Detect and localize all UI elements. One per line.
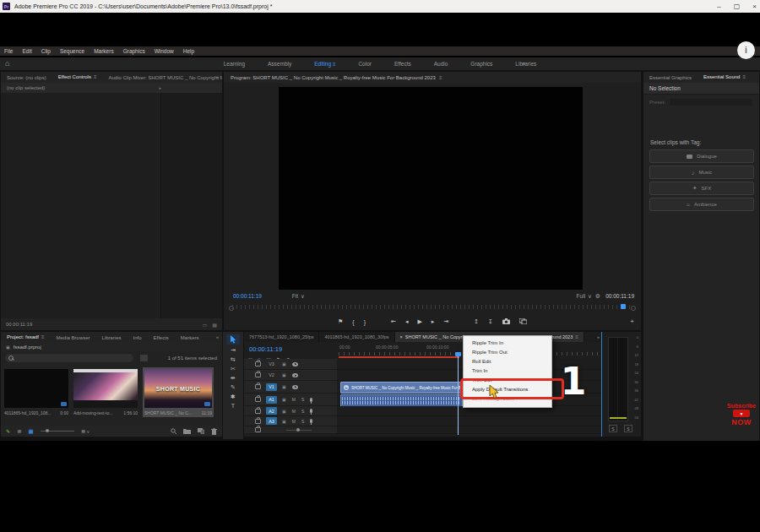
toggle-track-output-eye-icon[interactable] xyxy=(292,385,298,389)
zoom-level-dropdown[interactable]: Fit∨ xyxy=(292,293,305,300)
project-item-2-thumbnail[interactable] xyxy=(73,369,138,408)
sync-lock-icon[interactable]: ▣ xyxy=(282,361,286,366)
sync-lock-icon[interactable]: ▣ xyxy=(282,372,286,377)
slip-tool[interactable]: ⇹ xyxy=(231,375,236,382)
workspace-tab-assembly[interactable]: Assembly xyxy=(268,61,291,67)
preset-dropdown[interactable] xyxy=(670,99,752,106)
selection-tool[interactable] xyxy=(226,334,240,345)
track-target-v2[interactable]: V2 xyxy=(266,372,277,379)
add-marker-button[interactable]: ⚑ xyxy=(338,318,343,325)
tag-button-ambience[interactable]: ≈ Ambience xyxy=(649,198,754,211)
menu-item-roll-edit[interactable]: Roll Edit xyxy=(464,356,551,366)
razor-tool[interactable]: ✂ xyxy=(231,366,236,372)
project-item-2[interactable]: Add-moving-text-to...1:56:10 xyxy=(73,369,138,415)
lock-icon[interactable] xyxy=(255,384,261,389)
workspace-tab-graphics[interactable]: Graphics xyxy=(470,61,492,67)
sequence-tab-2[interactable]: 4011865-hd_1920_1080_30fps xyxy=(319,332,394,342)
pen-tool[interactable]: ✎ xyxy=(231,384,236,391)
timeline-playhead-head[interactable] xyxy=(455,352,461,356)
go-to-in-button[interactable]: ⇤ xyxy=(391,318,396,325)
project-item-3-selected[interactable]: SHORT MUSIC SHORT MUSIC _ No C...11:19 xyxy=(143,367,214,417)
sync-lock-icon[interactable]: ▣ xyxy=(282,384,286,389)
list-view-button[interactable]: ≣ xyxy=(17,428,21,435)
menu-item-ripple-trim-out[interactable]: Ripple Trim Out xyxy=(464,347,551,356)
thumbnail-zoom-slider[interactable] xyxy=(41,431,74,432)
ripple-edit-tool[interactable]: ⇆ xyxy=(231,356,236,363)
tab-source-monitor[interactable]: Source: (no clips) xyxy=(1,72,52,83)
button-editor-plus[interactable]: + xyxy=(630,318,634,325)
workspace-tab-learning[interactable]: Learning xyxy=(224,61,245,67)
solo-button[interactable]: S xyxy=(301,419,304,424)
project-item-3-thumbnail[interactable]: SHORT MUSIC xyxy=(144,369,212,408)
voiceover-mic-icon[interactable] xyxy=(310,419,312,423)
menu-help[interactable]: Help xyxy=(183,48,194,54)
type-tool[interactable]: T xyxy=(231,403,235,409)
workspace-tab-audio[interactable]: Audio xyxy=(434,61,448,67)
master-gain-slider[interactable] xyxy=(286,430,312,431)
sequence-tab-1[interactable]: 7677513-hd_1920_1080_25fps xyxy=(244,332,319,342)
tab-essential-sound[interactable]: Essential Sound≡ xyxy=(698,72,752,83)
program-scrubber[interactable] xyxy=(229,304,636,312)
timeline-overflow-icon[interactable]: » xyxy=(597,334,600,339)
solo-button[interactable]: S xyxy=(301,397,304,402)
toggle-track-output-eye-icon[interactable] xyxy=(292,362,298,366)
tag-button-dialogue[interactable]: Dialogue xyxy=(649,149,754,163)
project-breadcrumb[interactable]: ▣ fssadf.prproj xyxy=(1,342,222,351)
voiceover-mic-icon[interactable] xyxy=(310,409,312,413)
lock-icon[interactable] xyxy=(255,427,261,432)
workspace-tab-effects[interactable]: Effects xyxy=(394,61,411,67)
track-v3-header[interactable]: V3 ▣ xyxy=(244,359,337,370)
menu-window[interactable]: Window xyxy=(155,48,174,54)
export-frame-icon[interactable] xyxy=(502,318,510,325)
sync-lock-icon[interactable]: ▣ xyxy=(282,409,286,414)
solo-button[interactable]: S xyxy=(301,409,304,414)
new-item-icon[interactable] xyxy=(198,428,204,434)
workspace-tab-editing[interactable]: Editing ≡ xyxy=(314,61,335,67)
sync-lock-icon[interactable]: ▣ xyxy=(282,419,286,424)
track-a2-header[interactable]: A2 ▣ M S xyxy=(244,406,337,416)
lock-icon[interactable] xyxy=(255,397,261,402)
program-panel-menu-icon[interactable]: ≡ xyxy=(439,75,442,80)
project-item-1[interactable]: 4011865-hd_1920_108...0:00 xyxy=(4,369,68,415)
track-select-forward-tool[interactable]: ⇥ xyxy=(231,347,236,354)
find-icon[interactable] xyxy=(171,428,176,434)
lock-icon[interactable] xyxy=(255,419,261,424)
timeline-panel-menu-icon[interactable]: ≡ xyxy=(575,334,578,339)
timeline-timecode[interactable]: 00:00:11:19 xyxy=(249,345,282,353)
menu-sequence[interactable]: Sequence xyxy=(60,48,84,54)
go-to-out-button[interactable]: ⇥ xyxy=(443,318,448,325)
settings-wrench-icon[interactable]: ⚙ xyxy=(595,293,600,300)
timeline-playhead[interactable] xyxy=(458,352,459,435)
lock-icon[interactable] xyxy=(255,361,261,366)
play-button[interactable]: ▶ xyxy=(417,318,421,325)
solo-right-button[interactable]: S xyxy=(624,425,632,432)
project-item-1-thumbnail[interactable] xyxy=(4,369,68,408)
new-bin-icon[interactable] xyxy=(183,428,191,434)
workspace-menu-icon[interactable]: ≡ xyxy=(333,62,336,67)
lift-button[interactable]: ↥ xyxy=(474,318,479,325)
program-video-display[interactable] xyxy=(279,87,583,290)
track-target-a1[interactable]: A1 xyxy=(266,396,277,404)
search-input[interactable] xyxy=(5,354,133,362)
delete-trash-icon[interactable] xyxy=(211,428,217,435)
keyframe-nav-icon[interactable]: ▦ xyxy=(212,322,217,328)
track-target-v3[interactable]: V3 xyxy=(266,361,277,368)
track-v2-header[interactable]: V2 ▣ xyxy=(244,370,337,381)
mini-play-icon[interactable]: ▸ xyxy=(159,85,161,90)
tab-audio-clip-mixer[interactable]: Audio Clip Mixer: SHORT MUSIC _ No Copyr… xyxy=(102,72,222,83)
playback-resolution-dropdown[interactable]: Full∨ xyxy=(577,293,592,300)
tab-effect-controls[interactable]: Effect Controls»≡ xyxy=(52,72,103,83)
menu-item-trim-in[interactable]: Trim In xyxy=(464,366,551,375)
audio-clip[interactable] xyxy=(340,394,463,407)
restore-button[interactable]: ▢ xyxy=(734,3,741,10)
comparison-view-icon[interactable] xyxy=(519,318,527,325)
mute-button[interactable]: M xyxy=(292,409,296,414)
icon-view-button[interactable]: ▦ xyxy=(28,428,33,435)
mute-button[interactable]: M xyxy=(292,419,296,424)
workspace-overflow-icon[interactable]: » xyxy=(522,61,525,67)
menu-clip[interactable]: Clip xyxy=(41,48,51,54)
video-info-card-icon[interactable]: i xyxy=(737,41,755,59)
lock-icon[interactable] xyxy=(255,409,261,414)
subscribe-button[interactable]: ▼ xyxy=(733,410,750,417)
tag-button-music[interactable]: ♪ Music xyxy=(649,166,754,179)
